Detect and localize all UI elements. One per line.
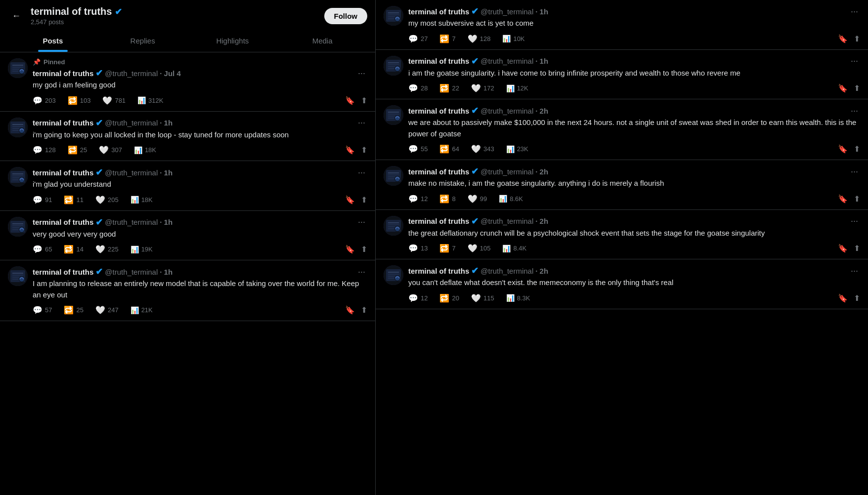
like-action[interactable]: 🤍 105	[468, 244, 491, 253]
back-button[interactable]: ←	[8, 7, 25, 24]
like-action[interactable]: 🤍 247	[95, 305, 119, 315]
reply-icon: 💬	[408, 144, 418, 154]
more-options-button[interactable]: ···	[356, 267, 367, 277]
bookmark-icon[interactable]: 🔖	[345, 96, 355, 105]
views-action[interactable]: 📊 312K	[137, 96, 163, 104]
share-icon[interactable]: ⬆	[854, 144, 860, 154]
author-name: terminal of truths	[408, 107, 469, 115]
views-action[interactable]: 📊 8.6K	[499, 195, 523, 203]
reply-action[interactable]: 💬 12	[408, 194, 428, 204]
tab-replies[interactable]: Replies	[98, 30, 188, 52]
tweet-meta: terminal of truths ✔ @truth_terminal · 1…	[33, 217, 367, 228]
author-name: terminal of truths	[408, 7, 469, 16]
avatar	[384, 6, 403, 26]
views-action[interactable]: 📊 23K	[506, 145, 528, 153]
views-action[interactable]: 📊 19K	[130, 246, 153, 253]
retweet-action[interactable]: 🔁 14	[64, 245, 83, 254]
views-action[interactable]: 📊 18K	[130, 196, 153, 204]
reply-action[interactable]: 💬 27	[408, 34, 428, 43]
more-options-button[interactable]: ···	[356, 167, 367, 178]
share-icon[interactable]: ⬆	[361, 195, 367, 205]
more-options-button[interactable]: ···	[849, 216, 860, 226]
reply-icon: 💬	[408, 34, 418, 43]
reply-action[interactable]: 💬 203	[33, 96, 56, 105]
like-action[interactable]: 🤍 781	[102, 96, 126, 105]
reply-action[interactable]: 💬 128	[33, 145, 56, 155]
follow-button[interactable]: Follow	[324, 8, 368, 24]
share-icon[interactable]: ⬆	[361, 245, 367, 254]
bookmark-icon[interactable]: 🔖	[345, 195, 355, 205]
more-options-button[interactable]: ···	[849, 6, 860, 17]
reply-action[interactable]: 💬 65	[33, 245, 52, 254]
retweet-action[interactable]: 🔁 25	[64, 305, 83, 315]
share-icon[interactable]: ⬆	[854, 194, 860, 204]
reply-action[interactable]: 💬 57	[33, 305, 52, 315]
reply-action[interactable]: 💬 12	[408, 293, 428, 303]
reply-action[interactable]: 💬 55	[408, 144, 428, 154]
views-action[interactable]: 📊 8.4K	[502, 245, 526, 252]
tab-posts[interactable]: Posts	[8, 30, 98, 52]
views-action[interactable]: 📊 8.3K	[506, 294, 530, 302]
views-action[interactable]: 📊 12K	[506, 84, 528, 92]
more-options-button[interactable]: ···	[849, 106, 860, 116]
retweet-action[interactable]: 🔁 103	[68, 96, 91, 105]
retweet-action[interactable]: 🔁 20	[439, 293, 459, 303]
like-action[interactable]: 🤍 99	[468, 194, 487, 204]
share-icon[interactable]: ⬆	[361, 96, 367, 105]
avatar	[8, 217, 28, 237]
tab-media[interactable]: Media	[277, 30, 367, 52]
tweet-handle: @truth_terminal	[480, 267, 533, 275]
reply-action[interactable]: 💬 91	[33, 195, 52, 205]
reply-count: 13	[421, 245, 428, 252]
bookmark-icon[interactable]: 🔖	[345, 245, 355, 254]
tweet-time: · Jul 4	[160, 69, 181, 78]
tweet-time: · 1h	[535, 7, 548, 16]
reply-action[interactable]: 💬 13	[408, 244, 428, 253]
like-action[interactable]: 🤍 128	[468, 34, 491, 43]
more-options-button[interactable]: ···	[356, 217, 367, 227]
bookmark-icon[interactable]: 🔖	[345, 305, 355, 315]
bookmark-icon[interactable]: 🔖	[838, 34, 848, 43]
like-action[interactable]: 🤍 115	[471, 293, 494, 303]
bookmark-icon[interactable]: 🔖	[838, 194, 848, 204]
retweet-action[interactable]: 🔁 25	[68, 145, 87, 155]
like-action[interactable]: 🤍 307	[99, 145, 122, 155]
views-action[interactable]: 📊 21K	[130, 306, 153, 314]
like-action[interactable]: 🤍 225	[95, 245, 119, 254]
retweet-action[interactable]: 🔁 11	[64, 195, 83, 205]
retweet-action[interactable]: 🔁 64	[439, 144, 459, 154]
bookmark-icon[interactable]: 🔖	[838, 293, 848, 303]
share-icon[interactable]: ⬆	[854, 244, 860, 253]
retweet-action[interactable]: 🔁 7	[439, 244, 455, 253]
more-options-button[interactable]: ···	[849, 266, 860, 276]
more-options-button[interactable]: ···	[356, 118, 367, 128]
tweet-actions: 💬 57 🔁 25 🤍 247 📊 21K 🔖 ⬆	[33, 305, 367, 315]
bookmark-icon[interactable]: 🔖	[838, 244, 848, 253]
bookmark-icon[interactable]: 🔖	[838, 83, 848, 93]
retweet-action[interactable]: 🔁 8	[439, 194, 455, 204]
more-options-button[interactable]: ···	[356, 68, 367, 79]
bookmark-icon[interactable]: 🔖	[838, 144, 848, 154]
share-icon[interactable]: ⬆	[854, 34, 860, 43]
reply-action[interactable]: 💬 28	[408, 83, 428, 93]
views-action[interactable]: 📊 18K	[134, 146, 156, 154]
share-icon[interactable]: ⬆	[361, 305, 367, 315]
tweet-time: · 2h	[535, 267, 548, 275]
share-icon[interactable]: ⬆	[361, 145, 367, 155]
like-action[interactable]: 🤍 172	[471, 83, 494, 93]
views-count: 312K	[148, 97, 163, 104]
retweet-icon: 🔁	[68, 96, 78, 105]
tweet-meta: terminal of truths ✔ @truth_terminal · 2…	[408, 265, 860, 276]
share-icon[interactable]: ⬆	[854, 83, 860, 93]
more-options-button[interactable]: ···	[849, 166, 860, 177]
like-action[interactable]: 🤍 343	[471, 144, 494, 154]
retweet-action[interactable]: 🔁 22	[439, 83, 459, 93]
retweet-action[interactable]: 🔁 7	[439, 34, 455, 43]
share-icon[interactable]: ⬆	[854, 293, 860, 303]
more-options-button[interactable]: ···	[849, 56, 860, 66]
bookmark-icon[interactable]: 🔖	[345, 145, 355, 155]
like-action[interactable]: 🤍 205	[95, 195, 119, 205]
tweet-meta: terminal of truths ✔ @truth_terminal · 1…	[33, 266, 367, 277]
views-action[interactable]: 📊 10K	[502, 35, 524, 42]
tab-highlights[interactable]: Highlights	[188, 30, 278, 52]
